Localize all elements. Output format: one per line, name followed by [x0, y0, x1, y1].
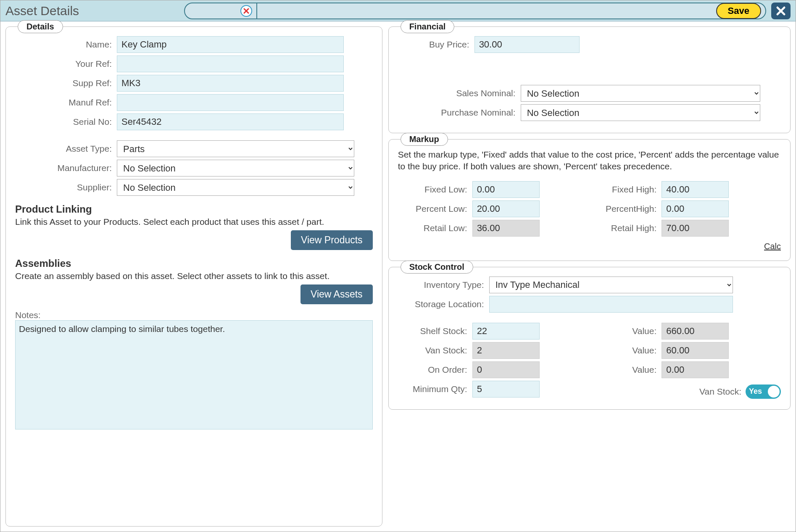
manuf-ref-label: Manuf Ref:: [15, 97, 112, 108]
van-stock-output: [472, 342, 540, 359]
details-fieldset: Details Name: Your Ref: Supp Ref: Manuf …: [5, 26, 382, 527]
shelf-stock-input[interactable]: [472, 323, 540, 340]
save-button[interactable]: Save: [716, 3, 761, 19]
page-title: Asset Details: [5, 4, 184, 18]
name-label: Name:: [15, 40, 112, 50]
percent-low-label: Percent Low:: [398, 204, 467, 214]
shelf-value-output: [662, 323, 729, 340]
manufacturer-label: Manufacturer:: [15, 163, 112, 173]
name-input[interactable]: [117, 36, 344, 53]
percent-high-input[interactable]: [662, 200, 729, 217]
van-stock-toggle[interactable]: Yes: [746, 385, 781, 399]
calc-link[interactable]: Calc: [398, 242, 781, 251]
van-value-output: [662, 342, 729, 359]
inventory-type-select[interactable]: Inv Type Mechanical: [489, 277, 733, 293]
stock-legend: Stock Control: [401, 261, 473, 274]
purchase-nominal-label: Purchase Nominal:: [398, 108, 516, 118]
buy-price-label: Buy Price:: [398, 40, 469, 50]
fixed-low-input[interactable]: [472, 181, 540, 198]
purchase-nominal-select[interactable]: No Selection: [521, 104, 760, 121]
sales-nominal-label: Sales Nominal:: [398, 88, 516, 98]
manuf-ref-input[interactable]: [117, 94, 344, 111]
percent-high-label: PercentHigh:: [591, 204, 656, 214]
van-value-label: Value:: [591, 345, 656, 356]
financial-legend: Financial: [401, 20, 455, 33]
markup-legend: Markup: [401, 133, 448, 146]
pill-divider: [256, 3, 257, 18]
your-ref-label: Your Ref:: [15, 59, 112, 69]
pill-clear-button[interactable]: [240, 5, 252, 17]
shelf-stock-label: Shelf Stock:: [398, 326, 467, 336]
min-qty-label: Minimum Qty:: [398, 384, 467, 394]
storage-location-label: Storage Location:: [398, 299, 484, 309]
van-stock-toggle-label: Van Stock:: [699, 387, 741, 397]
on-order-label: On Order:: [398, 365, 467, 375]
buy-price-input[interactable]: [474, 36, 580, 53]
retail-high-output: [662, 220, 729, 237]
header-pill: Save: [184, 3, 766, 19]
your-ref-input[interactable]: [117, 55, 344, 72]
shelf-value-label: Value:: [591, 326, 656, 336]
sales-nominal-select[interactable]: No Selection: [521, 85, 760, 102]
on-order-output: [472, 361, 540, 378]
product-linking-text: Link this Asset to your Products. Select…: [15, 217, 373, 227]
details-legend: Details: [18, 20, 63, 33]
asset-type-select[interactable]: Parts: [117, 140, 354, 157]
percent-low-input[interactable]: [472, 200, 540, 217]
fixed-high-input[interactable]: [662, 181, 729, 198]
view-assets-button[interactable]: View Assets: [300, 284, 373, 304]
manufacturer-select[interactable]: No Selection: [117, 160, 354, 176]
retail-low-label: Retail Low:: [398, 223, 467, 233]
markup-fieldset: Markup Set the markup type, 'Fixed' adds…: [388, 139, 791, 261]
supplier-select[interactable]: No Selection: [117, 179, 354, 196]
on-order-value-label: Value:: [591, 365, 656, 375]
stock-fieldset: Stock Control Inventory Type: Inv Type M…: [388, 267, 791, 410]
toggle-knob: [768, 386, 780, 398]
notes-textarea[interactable]: Designed to allow clamping to similar tu…: [15, 320, 373, 429]
fixed-low-label: Fixed Low:: [398, 184, 467, 195]
van-stock-label: Van Stock:: [398, 345, 467, 356]
retail-high-label: Retail High:: [591, 223, 656, 233]
fixed-high-label: Fixed High:: [591, 184, 656, 195]
assemblies-text: Create an assembly based on this asset. …: [15, 271, 373, 281]
storage-location-input[interactable]: [489, 296, 733, 313]
supp-ref-label: Supp Ref:: [15, 78, 112, 88]
serial-input[interactable]: [117, 113, 344, 130]
view-products-button[interactable]: View Products: [291, 230, 373, 250]
supp-ref-input[interactable]: [117, 75, 344, 92]
financial-fieldset: Financial Buy Price: Sales Nominal: No S…: [388, 26, 791, 133]
retail-low-output: [472, 220, 540, 237]
product-linking-title: Product Linking: [15, 203, 373, 215]
van-stock-toggle-value: Yes: [749, 387, 762, 396]
on-order-value-output: [662, 361, 729, 378]
inventory-type-label: Inventory Type:: [398, 280, 484, 290]
asset-type-label: Asset Type:: [15, 144, 112, 154]
notes-label: Notes:: [15, 310, 41, 320]
supplier-label: Supplier:: [15, 182, 112, 192]
serial-label: Serial No:: [15, 117, 112, 127]
assemblies-title: Assemblies: [15, 258, 373, 269]
close-button[interactable]: [771, 3, 791, 19]
markup-description: Set the markup type, 'Fixed' adds that v…: [398, 149, 781, 173]
min-qty-input[interactable]: [472, 381, 540, 398]
